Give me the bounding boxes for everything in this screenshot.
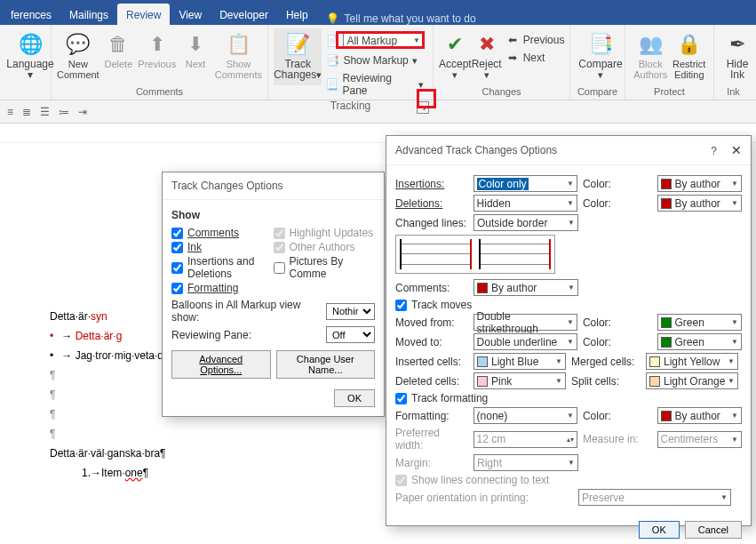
ins-color-combo[interactable]: By author▼: [657, 175, 743, 192]
atco-ok-button[interactable]: OK: [639, 521, 680, 539]
del-color-label: Color:: [583, 197, 652, 210]
globe-icon: 🌐: [19, 30, 43, 59]
chk-ink[interactable]: Ink: [171, 241, 274, 253]
help-icon[interactable]: ?: [711, 145, 717, 157]
chk-formatting[interactable]: Formatting: [171, 282, 274, 294]
changed-lines-label: Changed lines:: [395, 217, 468, 229]
format-icon[interactable]: ≡: [7, 106, 13, 118]
tab-references[interactable]: ferences: [2, 4, 60, 25]
changed-lines-combo[interactable]: Outside border▼: [473, 214, 578, 231]
hide-ink-label: Hide Ink: [727, 58, 749, 81]
track-changes-icon: 📝: [286, 30, 310, 59]
formatting-label: Formatting:: [395, 410, 468, 422]
tab-review[interactable]: Review: [117, 4, 170, 25]
insertions-combo[interactable]: Color only▼: [473, 175, 577, 192]
tracking-dialog-launcher[interactable]: ↘: [417, 101, 429, 114]
comments-label: Comments:: [395, 282, 468, 294]
track-changes-button[interactable]: 📝Track Changes▾: [274, 28, 322, 85]
moved-to-combo[interactable]: Double underline▼: [473, 333, 577, 350]
language-button[interactable]: 🌐 Language▾: [5, 28, 55, 85]
tab-help[interactable]: Help: [277, 4, 317, 25]
change-user-name-button[interactable]: Change User Name...: [276, 350, 376, 379]
block-authors-label: Block Authors: [631, 59, 670, 80]
margin-label: Margin:: [395, 457, 468, 469]
reject-button[interactable]: ✖Reject▾: [472, 28, 502, 85]
merged-cells-label: Merged cells:: [571, 356, 641, 368]
rp-label: Reviewing Pane:: [171, 329, 251, 341]
next-comment-button[interactable]: ⬇Next: [176, 28, 214, 85]
compare-button[interactable]: 📑Compare▾: [576, 28, 625, 85]
markup-dropdown[interactable]: 📄All Markup▼: [322, 30, 427, 51]
del-cells-combo[interactable]: Pink▼: [473, 372, 566, 389]
para-mark-icon: ¶: [50, 369, 55, 381]
del-color-combo[interactable]: By author▼: [657, 195, 743, 212]
mt-color-combo[interactable]: Green▼: [657, 333, 743, 350]
chk-track-moves[interactable]: Track moves: [395, 299, 742, 311]
advanced-options-button[interactable]: Advanced Options...: [171, 350, 271, 379]
deletions-combo[interactable]: Hidden▼: [473, 195, 577, 212]
ribbon: 🌐 Language▾ 💬New Comment 🗑Delete ⬆Previo…: [0, 25, 756, 100]
merged-cells-combo[interactable]: Light Yellow▼: [646, 353, 738, 370]
chk-ins-del[interactable]: Insertions and Deletions: [171, 255, 274, 280]
restrict-label: Restrict Editing: [670, 59, 708, 80]
bulb-icon: 💡: [326, 12, 339, 25]
formatting-combo[interactable]: (none)▼: [473, 407, 577, 424]
new-comment-button[interactable]: 💬New Comment: [57, 28, 99, 85]
split-cells-combo[interactable]: Light Orange▼: [646, 372, 738, 389]
doc-l5: 1.→Item·: [82, 467, 125, 479]
atco-cancel-button[interactable]: Cancel: [685, 521, 742, 539]
balloons-select[interactable]: Nothing: [326, 303, 375, 320]
chk-other-authors: Other Authors: [274, 241, 376, 253]
track-changes-label: Track Changes: [274, 58, 316, 81]
fmt-color-combo[interactable]: By author▼: [657, 407, 743, 424]
align-icon[interactable]: ≣: [22, 106, 31, 118]
reviewing-pane-select[interactable]: Off: [326, 326, 375, 343]
reject-icon: ✖: [479, 30, 495, 59]
ins-color-label: Color:: [583, 178, 652, 190]
close-icon[interactable]: ✕: [731, 143, 742, 157]
measure-combo[interactable]: Centimeters▼: [657, 431, 743, 448]
show-comments-label: Show Comments: [215, 59, 262, 80]
para-mark-icon: ¶: [50, 408, 55, 420]
advanced-track-changes-dialog: Advanced Track Changes Options ?✕ Insert…: [386, 135, 752, 526]
next-change-button[interactable]: ➡Next: [502, 50, 569, 66]
tell-me-search[interactable]: 💡 Tell me what you want to do: [317, 12, 485, 25]
para-mark-icon: ¶: [50, 388, 55, 401]
show-comments-button[interactable]: 📋Show Comments: [215, 28, 262, 85]
tab-mailings[interactable]: Mailings: [60, 4, 117, 25]
show-markup-button[interactable]: 📑Show Markup ▾: [322, 52, 427, 68]
tab-view[interactable]: View: [170, 4, 211, 25]
doc-l5c: ¶: [143, 467, 148, 479]
chk-comments[interactable]: Comments: [171, 227, 274, 239]
accept-icon: ✔: [447, 30, 463, 59]
previous-change-button[interactable]: ⬅Previous: [502, 32, 569, 48]
bullets-icon[interactable]: ☰: [40, 106, 50, 118]
next2-label: Next: [523, 52, 545, 64]
tab-developer[interactable]: Developer: [211, 4, 277, 25]
moved-from-combo[interactable]: Double strikethrough▼: [473, 314, 577, 331]
next-label: Next: [186, 59, 206, 69]
moved-from-label: Moved from:: [395, 316, 468, 329]
restrict-editing-button[interactable]: 🔒Restrict Editing: [670, 28, 708, 85]
prev-change-icon: ⬅: [505, 34, 520, 46]
chk-pictures[interactable]: Pictures By Comme: [274, 255, 376, 280]
dropdown-icon: ▾: [28, 68, 33, 81]
mf-color-combo[interactable]: Green▼: [657, 314, 743, 331]
chk-track-formatting[interactable]: Track formatting: [395, 392, 742, 404]
comments-color-combo[interactable]: By author▼: [473, 279, 578, 296]
accept-button[interactable]: ✔Accept▾: [439, 28, 472, 85]
delete-comment-button[interactable]: 🗑Delete: [99, 28, 138, 85]
numbering-icon[interactable]: ≔: [59, 106, 69, 118]
indent-icon[interactable]: ⇥: [78, 106, 87, 118]
split-cells-label: Split cells:: [571, 375, 641, 388]
markup-value: All Markup: [346, 35, 397, 47]
paper-orientation-label: Paper orientation in printing:: [395, 492, 573, 504]
compare-label: Compare: [578, 58, 622, 70]
hide-ink-button[interactable]: ✒Hide Ink: [720, 28, 755, 85]
ins-cells-combo[interactable]: Light Blue▼: [473, 353, 566, 370]
tco-ok-button[interactable]: OK: [334, 389, 375, 407]
reviewing-pane-button[interactable]: 📃Reviewing Pane ▾: [322, 70, 427, 99]
deletions-label: Deletions:: [395, 197, 468, 210]
previous-comment-button[interactable]: ⬆Previous: [138, 28, 176, 85]
block-authors-button[interactable]: 👥Block Authors: [631, 28, 670, 85]
